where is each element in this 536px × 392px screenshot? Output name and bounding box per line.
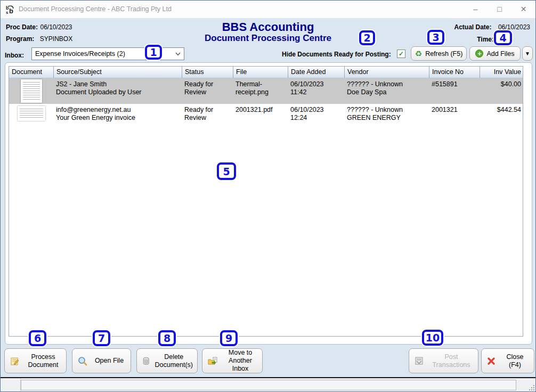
som-badge-2: 2 [359, 30, 375, 45]
status-cell: Ready for Review [182, 78, 233, 104]
som-badge-10: 10 [422, 330, 443, 346]
inv-value-cell: $442.54 [480, 104, 523, 123]
refresh-button-label: Refresh (F5) [425, 50, 462, 58]
column-header-file[interactable]: File [233, 67, 288, 78]
som-badge-1: 1 [145, 45, 162, 60]
open-file-button[interactable]: Open File [72, 348, 131, 373]
refresh-button[interactable]: ♻ Refresh (F5) [411, 46, 467, 61]
receipt-thumbnail-image [21, 79, 42, 103]
open-file-label: Open File [92, 357, 131, 365]
documents-panel: Document Source/Subject Status File Date… [5, 62, 532, 345]
refresh-icon: ♻ [415, 49, 422, 59]
status-message-area [21, 380, 516, 390]
som-badge-5: 5 [217, 162, 236, 180]
app-subtitle: Document Processing Centre [1, 33, 535, 44]
magnifier-icon [78, 356, 87, 366]
table-row[interactable]: JS2 - Jane Smith Document Uploaded by Us… [9, 78, 523, 104]
column-header-vendor[interactable]: Vendor [344, 67, 429, 78]
inbox-label: Inbox: [5, 52, 24, 59]
move-folder-icon [208, 356, 218, 366]
invoice-no-cell: #515891 [429, 78, 480, 104]
som-badge-7: 7 [93, 330, 110, 346]
column-header-inv-value[interactable]: Inv Value [480, 67, 523, 78]
vendor-cell: ?????? - Unknown Doe Day Spa [344, 78, 429, 104]
invoice-no-link[interactable]: 2001321 [429, 104, 480, 123]
delete-documents-button[interactable]: Delete Document(s) [136, 348, 198, 373]
red-x-icon [487, 357, 496, 365]
title-bar: b s b Document Processing Centre - ABC T… [1, 1, 535, 18]
post-transactions-icon [415, 356, 424, 366]
time-label: Time: [477, 36, 494, 43]
move-to-another-inbox-button[interactable]: Move to Another Inbox [202, 348, 263, 373]
app-window: b s b Document Processing Centre - ABC T… [0, 0, 536, 392]
move-to-another-inbox-label: Move to Another Inbox [223, 349, 262, 373]
hide-posting-label: Hide Documents Ready for Posting: [282, 51, 391, 58]
hide-posting-checkbox[interactable]: ✓ [397, 50, 405, 58]
close-f4-button[interactable]: Close (F4) [481, 348, 534, 373]
file-cell[interactable]: Thermal-receipt.png [233, 78, 288, 104]
dropdown-arrow-icon: ▼ [525, 51, 530, 56]
vendor-cell: ?????? - Unknown GREEN ENERGY [344, 104, 429, 123]
add-files-dropdown-button[interactable]: ▼ [522, 46, 533, 61]
app-logo-icon: b s b [5, 4, 16, 15]
resize-grip[interactable] [528, 384, 534, 390]
date-added-cell: 06/10/2023 12:24 [288, 104, 344, 123]
som-badge-6: 6 [29, 330, 46, 346]
table-header-row: Document Source/Subject Status File Date… [9, 67, 523, 78]
column-header-document[interactable]: Document [9, 67, 53, 78]
inv-value-cell: $40.00 [480, 78, 523, 104]
source-subject-cell: JS2 - Jane Smith Document Uploaded by Us… [53, 78, 182, 104]
column-header-status[interactable]: Status [182, 67, 233, 78]
post-transactions-button[interactable]: Post Transactions [409, 348, 478, 373]
process-document-button[interactable]: Process Document [4, 348, 67, 373]
svg-text:s: s [6, 10, 9, 15]
file-link[interactable]: 2001321.pdf [233, 104, 288, 123]
svg-text:b: b [9, 7, 13, 15]
source-subject-cell: info@greenenergy.net.au Your Green Energ… [53, 104, 182, 123]
actual-date-label: Actual Date: [454, 23, 491, 31]
date-added-cell: 06/10/2023 11:42 [288, 78, 344, 104]
som-badge-8: 8 [158, 330, 176, 346]
chevron-down-icon [175, 52, 181, 56]
document-thumbnail[interactable] [9, 104, 53, 123]
process-document-label: Process Document [25, 353, 66, 369]
column-header-source-subject[interactable]: Source/Subject [53, 67, 182, 78]
actual-date-value: 06/10/2023 [498, 23, 530, 31]
check-icon: ✓ [399, 50, 404, 58]
documents-list: Document Source/Subject Status File Date… [9, 66, 523, 337]
trash-bin-icon [142, 356, 150, 366]
post-transactions-label: Post Transactions [429, 353, 478, 369]
minimize-icon[interactable]: – [464, 1, 488, 18]
invoice-thumbnail-image [18, 106, 45, 121]
delete-documents-label: Delete Document(s) [155, 353, 197, 369]
som-badge-4: 4 [494, 30, 512, 45]
som-badge-3: 3 [427, 30, 444, 45]
maximize-icon[interactable]: □ [488, 1, 511, 18]
plus-icon: + [475, 50, 483, 58]
add-files-button-label: Add Files [486, 50, 514, 58]
som-badge-9: 9 [220, 330, 238, 346]
document-thumbnail[interactable] [9, 78, 53, 104]
inbox-selected-value: Expense Invoices/Receipts (2) [35, 50, 125, 58]
status-cell: Ready for Review [182, 104, 233, 123]
close-f4-label: Close (F4) [500, 353, 534, 369]
process-document-icon [10, 356, 20, 366]
add-files-button[interactable]: + Add Files [469, 46, 521, 61]
window-title: Document Processing Centre - ABC Trading… [19, 5, 172, 13]
status-bar [1, 378, 536, 392]
column-header-invoice-no[interactable]: Invoice No [429, 67, 480, 78]
table-row[interactable]: info@greenenergy.net.au Your Green Energ… [9, 104, 523, 123]
column-header-date-added[interactable]: Date Added [288, 67, 344, 78]
close-icon[interactable]: ✕ [511, 1, 535, 18]
